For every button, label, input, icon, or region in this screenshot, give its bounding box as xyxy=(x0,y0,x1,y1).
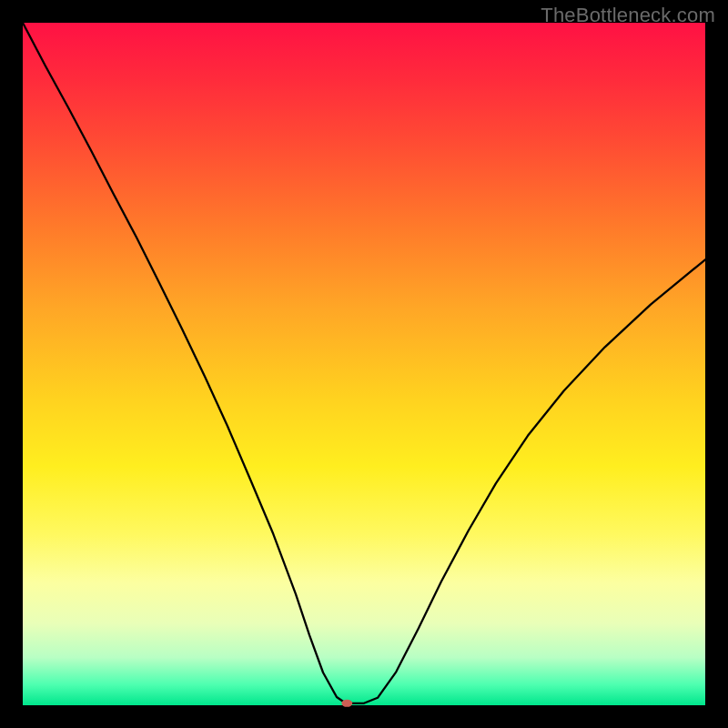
minimum-marker xyxy=(341,700,352,707)
plot-area xyxy=(23,23,705,705)
chart-frame: TheBottleneck.com xyxy=(0,0,728,728)
bottleneck-curve xyxy=(23,23,705,705)
